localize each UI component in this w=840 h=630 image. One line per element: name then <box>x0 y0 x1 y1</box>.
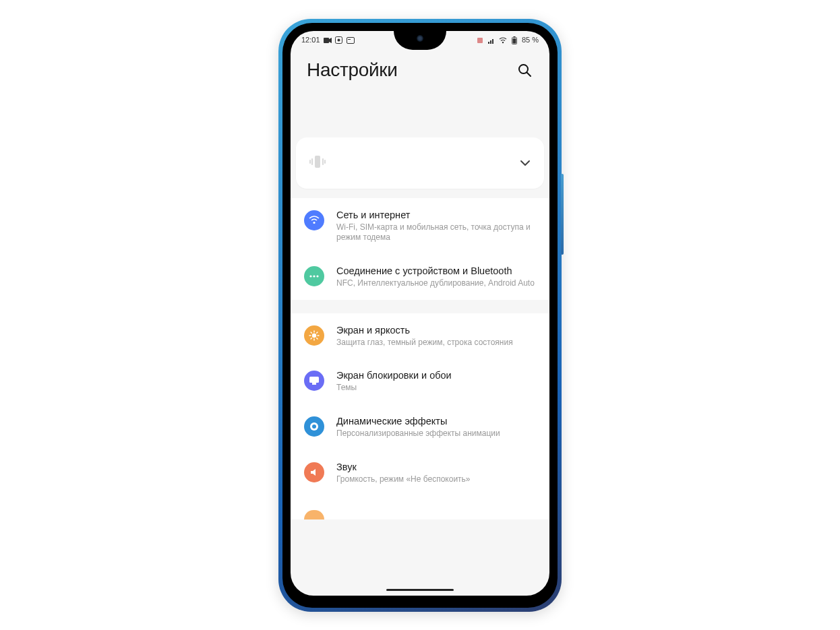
wallpaper-icon <box>304 371 324 391</box>
item-subtitle: Темы <box>336 383 536 393</box>
status-right: 85 % <box>476 36 539 44</box>
svg-point-2 <box>338 39 340 42</box>
video-icon <box>324 37 332 44</box>
item-display[interactable]: Экран и яркость Защита глаз, темный режи… <box>291 313 549 359</box>
item-next-partial[interactable] <box>291 495 549 519</box>
svg-rect-6 <box>488 42 489 44</box>
sim-icon <box>476 37 484 44</box>
svg-rect-7 <box>490 40 491 44</box>
item-network[interactable]: Сеть и интернет Wi-Fi, SIM-карта и мобил… <box>291 198 549 254</box>
item-subtitle: Wi-Fi, SIM-карта и мобильная сеть, точка… <box>336 222 536 243</box>
effects-icon <box>304 416 324 437</box>
brightness-icon <box>304 325 324 346</box>
svg-rect-33 <box>309 377 319 383</box>
power-button[interactable] <box>561 174 564 255</box>
svg-line-14 <box>527 72 531 76</box>
svg-rect-3 <box>347 37 354 43</box>
svg-point-9 <box>502 41 504 42</box>
partial-icon <box>304 510 324 519</box>
item-bluetooth[interactable]: Соединение с устройством и Bluetooth NFC… <box>291 254 549 300</box>
group-connectivity: Сеть и интернет Wi-Fi, SIM-карта и мобил… <box>291 198 549 300</box>
status-left: 12:01 <box>301 36 355 44</box>
item-subtitle: Персонализированные эффекты анимации <box>336 429 536 439</box>
phone-bezel: 12:01 <box>282 23 558 608</box>
item-subtitle: NFC, Интеллектуальное дублирование, Andr… <box>336 278 536 289</box>
item-subtitle: Защита глаз, темный режим, строка состоя… <box>336 338 536 348</box>
svg-line-31 <box>311 338 311 338</box>
card-icon <box>347 37 355 44</box>
item-subtitle: Громкость, режим «Не беспокоить» <box>336 474 536 485</box>
app-header: Настройки <box>291 49 549 81</box>
wifi-icon <box>304 210 324 230</box>
item-sound[interactable]: Звук Громкость, режим «Не беспокоить» <box>291 450 549 496</box>
svg-rect-8 <box>492 39 493 44</box>
item-title: Соединение с устройством и Bluetooth <box>336 265 536 277</box>
svg-point-23 <box>316 275 318 277</box>
search-button[interactable] <box>516 61 533 79</box>
settings-list[interactable]: Сеть и интернет Wi-Fi, SIM-карта и мобил… <box>291 198 549 596</box>
svg-line-29 <box>311 332 311 333</box>
svg-rect-4 <box>348 39 351 40</box>
screen: 12:01 <box>291 31 549 596</box>
item-title: Экран и яркость <box>336 324 536 336</box>
group-separator <box>291 300 549 313</box>
group-display: Экран и яркость Защита глаз, темный режи… <box>291 313 549 520</box>
svg-rect-34 <box>312 383 316 385</box>
battery-icon <box>510 37 518 44</box>
home-indicator[interactable] <box>386 589 454 591</box>
svg-line-32 <box>317 332 318 333</box>
svg-point-20 <box>313 221 315 223</box>
search-icon <box>517 63 532 77</box>
wifi-status-icon <box>499 37 507 44</box>
item-title: Звук <box>336 461 536 473</box>
svg-point-21 <box>309 275 311 277</box>
chevron-down-icon <box>520 157 531 169</box>
svg-rect-15 <box>315 156 320 168</box>
phone-frame: 12:01 <box>278 19 562 612</box>
battery-text: 85 % <box>522 36 539 44</box>
more-icon <box>304 266 324 286</box>
svg-line-30 <box>317 338 318 338</box>
screenshot-icon <box>335 37 343 44</box>
sound-icon <box>304 462 324 482</box>
vibrate-icon <box>309 154 326 172</box>
item-title: Сеть и интернет <box>336 209 536 221</box>
header-spacer <box>291 81 549 137</box>
account-card[interactable] <box>296 137 544 189</box>
svg-rect-0 <box>324 38 329 43</box>
page-title: Настройки <box>307 59 398 81</box>
item-title: Динамические эффекты <box>336 415 536 427</box>
status-time: 12:01 <box>301 36 320 44</box>
item-effects[interactable]: Динамические эффекты Персонализированные… <box>291 404 549 450</box>
svg-rect-5 <box>477 38 483 43</box>
svg-rect-12 <box>512 38 516 44</box>
signal-icon <box>487 37 496 44</box>
svg-point-22 <box>313 275 315 277</box>
item-wallpaper[interactable]: Экран блокировки и обои Темы <box>291 358 549 404</box>
svg-point-24 <box>312 333 316 337</box>
svg-point-36 <box>312 424 316 429</box>
item-title: Экран блокировки и обои <box>336 369 536 381</box>
